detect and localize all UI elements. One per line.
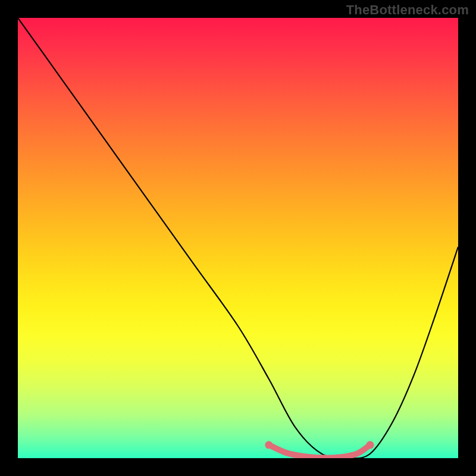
curve-line bbox=[18, 18, 458, 458]
highlight-segment bbox=[269, 445, 370, 458]
watermark-text: TheBottleneck.com bbox=[346, 2, 469, 18]
plot-area bbox=[18, 18, 458, 458]
highlight-endpoint bbox=[265, 441, 273, 449]
chart-svg bbox=[18, 18, 458, 458]
highlight-endpoint bbox=[367, 441, 374, 449]
